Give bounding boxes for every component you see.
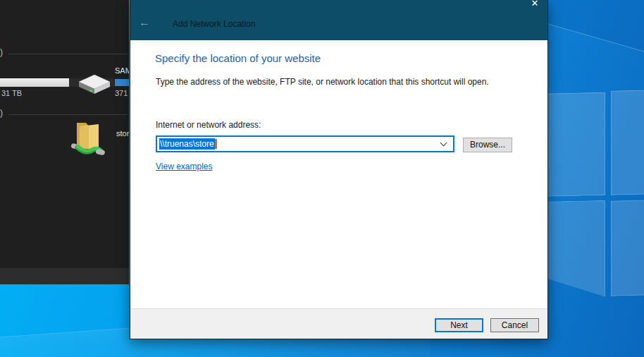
drive-capacity-bar: [115, 79, 129, 86]
add-network-location-dialog: ← Add Network Location ✕ Specify the loc…: [130, 0, 548, 339]
wizard-heading: Specify the location of your website: [155, 52, 321, 64]
screen: ) 31 TB SAM 371 ): [0, 0, 644, 357]
network-folder-icon[interactable]: [70, 118, 106, 162]
address-selected-text: \\truenas\store: [159, 138, 215, 150]
chevron-down-icon[interactable]: [440, 140, 447, 147]
group-divider: [8, 114, 128, 115]
dialog-titlebar: ← Add Network Location ✕: [130, 0, 547, 40]
network-location-label: stor: [116, 129, 129, 138]
back-arrow-icon: ←: [139, 16, 150, 28]
explorer-status-bar: [0, 268, 129, 284]
address-combobox[interactable]: \\truenas\store: [156, 135, 454, 152]
dialog-footer: Next Cancel: [130, 308, 547, 339]
close-icon: ✕: [531, 0, 539, 8]
drive-free-space-label: 31 TB: [1, 89, 22, 97]
windows-logo-pane-bottom-right: [611, 200, 644, 296]
group-header-drives: ): [0, 47, 3, 57]
next-button[interactable]: Next: [435, 318, 483, 332]
address-field-label: Internet or network address:: [156, 120, 261, 130]
back-button[interactable]: ←: [136, 16, 153, 30]
hard-drive-icon[interactable]: [77, 71, 112, 102]
drive-name-label: SAM: [115, 66, 129, 75]
drive-free-space-label: 371: [115, 89, 128, 97]
view-examples-link[interactable]: View examples: [156, 162, 212, 171]
wizard-description: Type the address of the website, FTP sit…: [156, 77, 489, 87]
cancel-button[interactable]: Cancel: [490, 318, 539, 332]
group-header-network-locations: ): [0, 108, 3, 118]
windows-logo-pane-top-right: [611, 90, 644, 195]
dialog-title: Add Network Location: [173, 19, 255, 29]
text-caret: [215, 139, 217, 149]
group-divider: [8, 54, 128, 54]
file-explorer-window[interactable]: ) 31 TB SAM 371 ): [0, 0, 129, 284]
browse-button[interactable]: Browse...: [463, 138, 512, 152]
close-button[interactable]: ✕: [528, 0, 542, 10]
